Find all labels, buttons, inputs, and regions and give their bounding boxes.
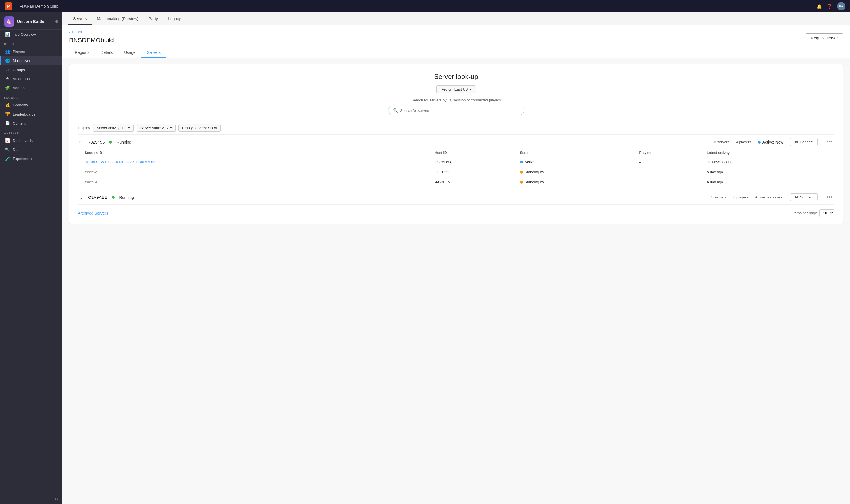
archived-servers-link[interactable]: Archived Servers › [78,211,110,215]
server-count-1: 3 servers [714,140,729,144]
sidebar-collapse-button[interactable]: << [4,497,58,501]
server-status-2: Running [119,195,134,200]
notification-icon[interactable]: 🔔 [817,4,822,9]
sidebar-item-multiplayer[interactable]: 🌐 Multiplayer [0,56,62,65]
nav-right-actions: 🔔 ❓ RA [817,2,846,11]
activity-filter[interactable]: Newer activity first ▾ [93,124,134,132]
sidebar-item-label: Economy [13,103,28,107]
request-server-button[interactable]: Request server [805,33,843,42]
sidebar-item-label: Experiments [13,157,33,161]
groups-icon: 🗂 [5,67,10,72]
host-id-cell-2: D5EF293 [435,167,520,177]
connect-label: Connect [800,140,813,144]
group-toggle-icon[interactable]: ▾ [79,140,84,144]
items-per-page-select[interactable]: 10 25 50 [819,209,834,217]
tab-party[interactable]: Party [144,13,163,25]
sub-navigation: Servers Matchmaking (Preview) Party Lega… [62,13,850,25]
session-link-1[interactable]: 9CD8DCB5-EFC8-490B-8C87-DB4F52DBF9... [85,160,162,164]
help-icon[interactable]: ❓ [827,4,832,9]
connect-button-1[interactable]: 🖥 Connect [790,138,818,146]
server-id-1: 7329455 [88,140,105,144]
sidebar-header: 🦄 Unicorn Battle ⚙ [0,13,62,30]
tab-matchmaking[interactable]: Matchmaking (Preview) [92,13,143,25]
server-id-2: C3A9AEE [88,195,107,200]
sidebar-section-analyze: ANALYZE [0,128,62,136]
dashboards-icon: 📈 [5,138,10,143]
sidebar-item-label: Players [13,50,25,54]
sidebar-item-addons[interactable]: 🧩 Add-ons [0,83,62,92]
request-server-label: Request server [811,36,838,40]
chevron-down-icon: ▾ [470,87,472,91]
sidebar-item-players[interactable]: 👥 Players [0,47,62,56]
region-selector[interactable]: Region: East US ▾ [436,85,476,93]
tab-legacy[interactable]: Legacy [163,13,186,25]
state-filter-label: Server state: Any [140,126,168,130]
connect-button-2[interactable]: 🖥 Connect [790,193,818,201]
server-group-1-header[interactable]: ▾ 7329455 Running 3 servers 4 players Ac… [78,135,834,149]
sidebar-item-groups[interactable]: 🗂 Groups [0,65,62,74]
leaderboards-icon: 🏆 [5,112,10,116]
sidebar-item-label: Automation [13,77,32,81]
empty-filter[interactable]: Empty servers: Show [178,124,221,132]
search-bar: 🔍 [388,106,524,115]
server-status-1: Running [117,140,131,144]
monitor-icon-2: 🖥 [795,195,798,199]
host-id-cell-3: 9962EE5 [435,177,520,187]
tab-usage[interactable]: Usage [118,47,141,58]
session-id-cell: 9CD8DCB5-EFC8-490B-8C87-DB4F52DBF9... [85,157,435,167]
sidebar-item-label: Data [13,147,20,152]
user-avatar[interactable]: RA [837,2,846,11]
main-layout: 🦄 Unicorn Battle ⚙ 📊 Title Overview BUIL… [0,13,850,504]
addons-icon: 🧩 [5,86,10,90]
state-filter[interactable]: Server state: Any ▾ [137,124,176,132]
content-icon: 📄 [5,121,10,125]
search-icon: 🔍 [393,108,398,113]
sidebar-item-leaderboards[interactable]: 🏆 Leaderboards [0,110,62,119]
sidebar-item-dashboards[interactable]: 📈 Dashboards [0,136,62,145]
state-dot-standby [520,171,523,174]
filters-row: Display Newer activity first ▾ Server st… [78,121,834,134]
tab-details[interactable]: Details [95,47,118,58]
sidebar-item-title-overview[interactable]: 📊 Title Overview [0,30,62,39]
chevron-right-icon: › [109,211,111,215]
game-icon: 🦄 [4,16,14,26]
session-inactive-2: Inactive [85,170,98,174]
breadcrumb[interactable]: ‹ Builds [69,30,805,34]
server-group-2-header[interactable]: ▾ C3A9AEE Running 3 servers 0 players Ac… [78,190,834,204]
search-input[interactable] [400,108,519,113]
group-toggle-icon-2[interactable]: ▾ [79,195,83,200]
app-logo: P [4,2,13,10]
player-count-1: 4 players [736,140,751,144]
settings-gear-icon[interactable]: ⚙ [55,19,58,24]
more-options-button-1[interactable]: ••• [825,139,834,146]
state-dot-active [520,161,523,163]
logo-text: P [7,4,10,8]
sidebar-item-label: Groups [13,68,25,72]
more-options-button-2[interactable]: ••• [825,194,834,201]
sidebar-item-automation[interactable]: ⚙ Automation [0,74,62,83]
active-dot-icon [758,141,761,144]
session-inactive-3: Inactive [85,180,98,184]
sidebar-item-data[interactable]: 🔍 Data [0,145,62,154]
tab-servers[interactable]: Servers [68,13,92,25]
activity-cell-3: a day ago [707,177,841,187]
server-count-2: 3 servers [711,195,727,199]
sidebar-item-economy[interactable]: 💰 Economy [0,101,62,110]
empty-filter-label: Empty servers: Show [182,126,217,130]
server-meta-1: 3 servers 4 players Active: Now 🖥 Connec… [714,138,834,146]
tab-servers-detail[interactable]: Servers [141,47,166,58]
sidebar-item-label: Multiplayer [13,59,31,63]
th-state: State [520,149,640,157]
players-icon: 👥 [5,49,10,54]
nav-divider [16,3,16,9]
data-icon: 🔍 [5,147,10,152]
server-lookup-title: Server look-up [78,73,834,81]
sidebar-item-content[interactable]: 📄 Content [0,119,62,128]
sidebar-item-experiments[interactable]: 🧪 Experiments [0,154,62,163]
players-cell-2 [640,167,707,177]
session-id-cell-2: Inactive [85,167,435,177]
lookup-description: Search for servers by ID, session or con… [78,98,834,102]
build-tabs: Regions Details Usage Servers [69,47,843,58]
state-label-2: Standing by [525,170,544,174]
tab-regions[interactable]: Regions [69,47,95,58]
